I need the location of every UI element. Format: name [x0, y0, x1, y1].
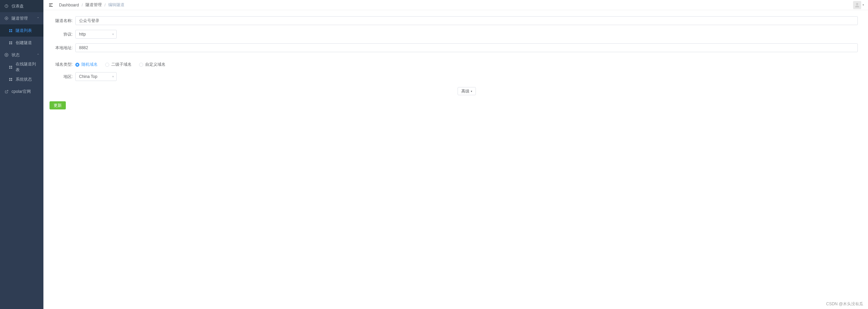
radio-icon — [105, 63, 109, 67]
external-link-icon — [4, 89, 9, 94]
caret-down-icon: ▾ — [471, 90, 472, 93]
svg-rect-14 — [11, 67, 12, 68]
collapse-toggle[interactable] — [47, 2, 54, 8]
radio-icon — [75, 63, 79, 67]
submit-button[interactable]: 更新 — [50, 101, 66, 109]
row-local-addr: 本地地址: — [50, 43, 858, 52]
radio-subdomain[interactable]: 二级子域名 — [105, 62, 132, 67]
svg-rect-17 — [9, 80, 10, 81]
row-protocol: 协议: http ▾ — [50, 30, 858, 39]
main: Dashboard / 隧道管理 / 编辑隧道 ▾ 隧道名称: 协 — [43, 0, 868, 309]
svg-rect-16 — [11, 78, 12, 79]
radio-icon — [139, 63, 143, 67]
label-region: 地区: — [50, 74, 73, 80]
protocol-select[interactable]: http ▾ — [75, 30, 117, 39]
breadcrumb-sep: / — [104, 3, 105, 7]
radio-random-domain[interactable]: 随机域名 — [75, 62, 98, 67]
svg-rect-6 — [9, 41, 10, 42]
region-select[interactable]: China Top ▾ — [75, 72, 117, 81]
svg-point-10 — [6, 55, 7, 56]
advanced-toggle-button[interactable]: 高级 ▾ — [458, 87, 476, 95]
chevron-up-icon: ⌃ — [37, 17, 39, 20]
sidebar-item-system-status[interactable]: 系统状态 — [0, 73, 43, 85]
svg-rect-18 — [11, 80, 12, 81]
sidebar-item-tunnel-list[interactable]: 隧道列表 — [0, 24, 43, 37]
breadcrumb-item[interactable]: Dashboard — [59, 3, 79, 7]
tunnel-name-input[interactable] — [75, 16, 858, 25]
breadcrumb-sep: / — [82, 3, 83, 7]
label-domain-type: 域名类型: — [50, 62, 73, 67]
label-local-addr: 本地地址: — [50, 45, 73, 51]
sidebar-item-online-tunnels[interactable]: 在线隧道列表 — [0, 61, 43, 73]
gear-icon — [4, 53, 9, 57]
sidebar-item-status[interactable]: 状态 ⌃ — [0, 49, 43, 61]
sidebar-item-cpolar-site[interactable]: cpolar官网 — [0, 85, 43, 98]
protocol-select-value: http — [75, 30, 117, 39]
breadcrumb: Dashboard / 隧道管理 / 编辑隧道 — [59, 2, 124, 8]
radio-label: 自定义域名 — [145, 62, 166, 67]
row-region: 地区: China Top ▾ — [50, 72, 858, 81]
grid-icon — [8, 65, 13, 69]
local-addr-input[interactable] — [75, 43, 858, 52]
svg-rect-5 — [11, 31, 12, 32]
sidebar-item-label: 隧道列表 — [16, 28, 39, 34]
form-content: 隧道名称: 协议: http ▾ 本地地址: — [43, 10, 868, 120]
svg-rect-2 — [9, 29, 10, 30]
plus-circle-icon — [4, 16, 9, 21]
svg-rect-3 — [11, 29, 12, 30]
label-tunnel-name: 隧道名称: — [50, 18, 73, 24]
avatar[interactable] — [853, 1, 861, 9]
svg-rect-9 — [11, 43, 12, 44]
radio-label: 二级子域名 — [111, 62, 132, 67]
svg-rect-12 — [11, 66, 12, 67]
svg-rect-15 — [9, 78, 10, 79]
breadcrumb-item[interactable]: 隧道管理 — [85, 2, 102, 8]
row-submit: 更新 — [50, 101, 858, 109]
sidebar-item-label: 系统状态 — [16, 77, 39, 82]
domain-type-radio-group: 随机域名 二级子域名 自定义域名 — [75, 62, 858, 67]
svg-rect-4 — [9, 31, 10, 32]
label-protocol: 协议: — [50, 32, 73, 37]
svg-rect-7 — [11, 41, 12, 42]
sidebar-item-create-tunnel[interactable]: 创建隧道 — [0, 37, 43, 49]
grid-icon — [8, 28, 13, 33]
dashboard-icon — [4, 4, 9, 8]
sidebar-item-label: 在线隧道列表 — [16, 61, 39, 73]
header: Dashboard / 隧道管理 / 编辑隧道 ▾ — [43, 0, 868, 10]
breadcrumb-current: 编辑隧道 — [108, 2, 124, 8]
row-tunnel-name: 隧道名称: — [50, 16, 858, 25]
svg-rect-11 — [9, 66, 10, 67]
svg-point-19 — [856, 3, 858, 5]
svg-rect-8 — [9, 43, 10, 44]
sidebar-item-label: cpolar官网 — [12, 89, 39, 95]
region-select-value: China Top — [75, 72, 117, 81]
btn-label: 高级 — [461, 88, 469, 94]
grid-icon — [8, 40, 13, 45]
sidebar-item-label: 创建隧道 — [16, 40, 39, 46]
grid-icon — [8, 77, 13, 82]
sidebar-item-label: 隧道管理 — [12, 16, 37, 21]
radio-label: 随机域名 — [81, 62, 98, 67]
sidebar-item-dashboard[interactable]: 仪表盘 — [0, 0, 43, 12]
sidebar-item-label: 状态 — [12, 52, 37, 58]
svg-rect-13 — [9, 67, 10, 68]
sidebar: 仪表盘 隧道管理 ⌃ 隧道列表 创建隧道 状态 ⌃ — [0, 0, 43, 309]
chevron-up-icon: ⌃ — [37, 53, 39, 57]
sidebar-item-tunnel-mgmt[interactable]: 隧道管理 ⌃ — [0, 12, 43, 24]
row-advanced: 高级 ▾ — [75, 87, 858, 95]
sidebar-item-label: 仪表盘 — [12, 3, 39, 9]
user-menu-toggle[interactable]: ▾ — [863, 3, 864, 6]
radio-custom-domain[interactable]: 自定义域名 — [139, 62, 166, 67]
row-domain-type: 域名类型: 随机域名 二级子域名 自定义域名 — [50, 62, 858, 67]
